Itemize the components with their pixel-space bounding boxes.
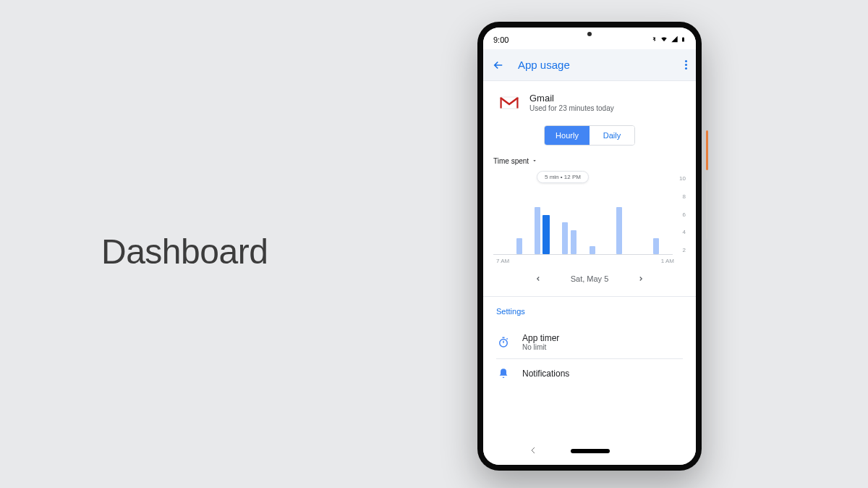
toggle-group: Hourly Daily xyxy=(483,121,696,157)
status-time: 9:00 xyxy=(493,35,509,44)
ytick: 10 xyxy=(679,175,686,182)
date-navigator: Sat, May 5 xyxy=(493,264,686,296)
bar xyxy=(590,246,595,254)
settings-section: Settings App timer No limit xyxy=(483,297,696,388)
power-button xyxy=(706,130,708,170)
bar-slot[interactable] xyxy=(560,175,569,254)
settings-notifications[interactable]: Notifications xyxy=(496,359,683,388)
bar-slot[interactable] xyxy=(615,175,624,254)
app-bar: App usage xyxy=(483,49,696,81)
chevron-left-icon[interactable] xyxy=(535,274,542,283)
date-label: Sat, May 5 xyxy=(571,274,609,283)
bar xyxy=(535,207,540,254)
bar-slot[interactable] xyxy=(579,175,588,254)
app-subtitle: Used for 23 minutes today xyxy=(529,104,614,112)
settings-app-timer[interactable]: App timer No limit xyxy=(496,326,683,358)
chart-area: 5 min • 12 PM xyxy=(493,175,673,255)
tab-daily[interactable]: Daily xyxy=(590,126,634,145)
bar xyxy=(616,207,622,254)
bar-slot[interactable] xyxy=(633,175,642,254)
battery-icon xyxy=(681,35,686,45)
app-bar-title: App usage xyxy=(518,59,672,71)
tab-hourly[interactable]: Hourly xyxy=(545,126,590,145)
x-axis: 7 AM 1 AM xyxy=(493,255,686,264)
camera-dot xyxy=(587,32,592,36)
content-area: Gmail Used for 23 minutes today Hourly D… xyxy=(483,81,696,437)
ytick: 2 xyxy=(683,247,686,253)
bar-slot[interactable] xyxy=(542,175,551,254)
bar xyxy=(571,230,576,254)
y-axis: 108642 xyxy=(673,175,686,255)
bar xyxy=(653,238,659,254)
chart-wrapper: 5 min • 12 PM 108642 xyxy=(493,175,686,255)
nav-back-icon[interactable] xyxy=(529,445,537,458)
stopwatch-icon xyxy=(496,335,511,350)
more-menu-icon[interactable] xyxy=(685,60,687,70)
bar-slot[interactable] xyxy=(569,175,579,254)
app-timer-title: App timer xyxy=(522,333,559,343)
slide-title: Dashboard xyxy=(101,232,268,272)
ytick: 8 xyxy=(683,193,686,200)
x-axis-start: 7 AM xyxy=(496,258,509,264)
x-axis-end: 1 AM xyxy=(661,258,674,264)
notifications-title: Notifications xyxy=(522,369,569,379)
bar-slot[interactable] xyxy=(496,175,506,254)
chart-section: Time spent 5 min • 12 PM 108642 7 AM 1 A… xyxy=(483,157,696,296)
status-right xyxy=(651,35,686,45)
settings-header: Settings xyxy=(496,307,683,316)
bell-icon xyxy=(496,366,511,381)
bar-slot[interactable] xyxy=(506,175,515,254)
bar-slot[interactable] xyxy=(597,175,606,254)
chevron-right-icon[interactable] xyxy=(637,274,644,283)
ytick: 4 xyxy=(683,229,686,235)
system-nav-bar xyxy=(483,437,696,465)
bar-slot[interactable] xyxy=(514,175,524,254)
volume-button xyxy=(706,181,708,239)
bar xyxy=(562,222,568,254)
dropdown-text: Time spent xyxy=(493,157,529,165)
bar-slot[interactable] xyxy=(524,175,533,254)
gmail-icon xyxy=(499,96,519,110)
bar-slot[interactable] xyxy=(652,175,661,254)
bar-slot[interactable] xyxy=(587,175,597,254)
phone-frame: 9:00 App usage xyxy=(477,22,702,471)
nav-recents-spacer xyxy=(643,447,650,455)
bar-slot[interactable] xyxy=(642,175,652,254)
bar-slot[interactable] xyxy=(533,175,542,254)
time-spent-dropdown[interactable]: Time spent xyxy=(493,157,686,165)
bar-slot[interactable] xyxy=(606,175,616,254)
app-info-row: Gmail Used for 23 minutes today xyxy=(483,81,696,121)
status-bar: 9:00 xyxy=(483,28,696,49)
ytick: 6 xyxy=(683,211,686,218)
back-arrow-icon[interactable] xyxy=(492,59,505,72)
cellular-icon xyxy=(671,35,678,44)
bar-slot[interactable] xyxy=(660,175,670,254)
chart-bars xyxy=(493,175,673,254)
nav-home-pill[interactable] xyxy=(571,449,610,453)
bluetooth-icon xyxy=(651,35,658,45)
wifi-icon xyxy=(660,35,668,44)
bar-slot[interactable] xyxy=(551,175,561,254)
bar-slot[interactable] xyxy=(624,175,634,254)
bar xyxy=(516,238,522,254)
phone-screen: 9:00 App usage xyxy=(483,28,696,465)
chevron-down-icon xyxy=(532,157,537,165)
bar xyxy=(542,215,550,255)
app-name: Gmail xyxy=(529,93,614,104)
app-timer-sub: No limit xyxy=(522,343,559,351)
